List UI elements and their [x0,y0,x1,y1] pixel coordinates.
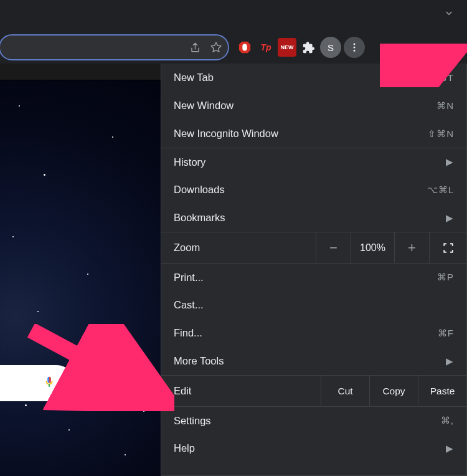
menu-downloads[interactable]: Downloads ⌥⌘L [161,176,466,204]
edit-copy-button[interactable]: Copy [369,376,418,406]
menu-item-label: Find... [174,327,202,339]
search-bar[interactable] [0,365,75,401]
menu-item-label: History [174,156,205,168]
menu-edit-row: Edit Cut Copy Paste [161,375,466,406]
extension-tp[interactable]: Tp [257,38,275,57]
zoom-percent: 100% [351,232,394,263]
menu-item-label: Settings [174,415,211,427]
edit-paste-button[interactable]: Paste [418,376,466,406]
menu-item-label: New Tab [174,72,214,83]
menu-item-shortcut: ⌘P [437,272,454,283]
zoom-in-button[interactable]: + [394,232,429,263]
menu-new-tab[interactable]: New Tab ⌘T [161,64,466,92]
svg-point-1 [354,43,356,45]
extensions-puzzle-icon[interactable] [299,38,318,57]
edit-label: Edit [161,376,321,406]
menu-cast[interactable]: Cast... [161,291,466,319]
content-area: New Tab ⌘T New Window ⌘N New Incognito W… [0,64,467,476]
edit-cut-button[interactable]: Cut [321,376,369,406]
menu-item-label: Help [174,442,195,454]
menu-item-shortcut: ⌘F [438,328,454,339]
star-icon[interactable] [209,40,223,54]
toolbar-row: Tp NEW S [0,31,467,64]
menu-find[interactable]: Find... ⌘F [161,319,466,347]
menu-item-label: Bookmarks [174,212,225,224]
menu-item-shortcut: ⌘, [441,415,454,426]
submenu-arrow-icon: ▶ [446,443,454,454]
chrome-menu: New Tab ⌘T New Window ⌘N New Incognito W… [161,64,467,476]
menu-help[interactable]: Help ▶ [161,434,466,462]
new-tab-background [0,80,161,476]
extension-new[interactable]: NEW [278,38,296,57]
window-titlebar [0,0,467,31]
menu-button[interactable] [344,37,365,58]
chevron-down-icon[interactable] [443,7,455,21]
menu-item-shortcut: ⌘T [438,72,454,83]
menu-new-window[interactable]: New Window ⌘N [161,92,466,120]
svg-point-3 [354,50,356,52]
profile-avatar[interactable]: S [320,37,341,58]
share-icon[interactable] [188,40,202,54]
menu-zoom-row: Zoom − 100% + [161,232,466,263]
zoom-label: Zoom [161,232,316,263]
zoom-out-button[interactable]: − [316,232,351,263]
menu-item-label: Downloads [174,184,225,196]
extension-adblock[interactable] [235,38,254,57]
menu-history[interactable]: History ▶ [161,148,466,176]
menu-item-label: More Tools [174,355,224,367]
menu-settings[interactable]: Settings ⌘, [161,406,466,434]
menu-item-label: New Window [174,100,234,112]
menu-print[interactable]: Print... ⌘P [161,263,466,291]
menu-new-incognito[interactable]: New Incognito Window ⇧⌘N [161,120,466,148]
menu-item-label: Cast... [174,299,204,311]
fullscreen-icon[interactable] [429,232,466,263]
svg-rect-0 [242,44,247,51]
svg-point-2 [354,47,356,49]
voice-search-icon[interactable] [42,375,56,391]
menu-item-shortcut: ⌘N [436,100,454,112]
menu-item-shortcut: ⌥⌘L [427,184,454,196]
menu-item-shortcut: ⇧⌘N [428,128,454,140]
menu-item-label: New Incognito Window [174,128,278,140]
address-bar[interactable] [0,34,229,60]
menu-item-label: Print... [174,272,204,283]
submenu-arrow-icon: ▶ [446,212,454,224]
submenu-arrow-icon: ▶ [446,356,454,367]
menu-more-tools[interactable]: More Tools ▶ [161,347,466,375]
menu-bookmarks[interactable]: Bookmarks ▶ [161,204,466,232]
submenu-arrow-icon: ▶ [446,156,454,168]
